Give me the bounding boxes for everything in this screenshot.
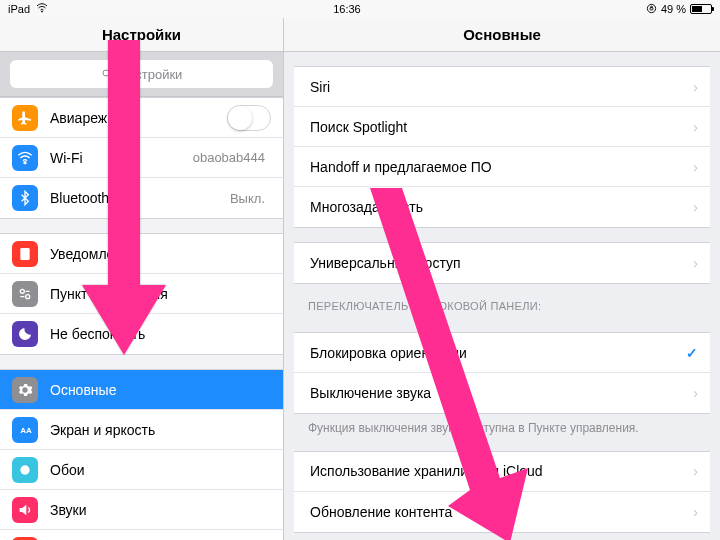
brightness-icon: AA [12,417,38,443]
svg-point-9 [20,465,29,474]
sounds-icon [12,497,38,523]
detail-row-обновление-контента[interactable]: Обновление контента› [294,492,710,532]
search-icon [101,68,113,80]
airplane-icon [12,105,38,131]
sidebar-item-label: Bluetooth [50,190,230,206]
sidebar-item-label: Основные [50,382,271,398]
sidebar-item-label: Авиарежим [50,110,227,126]
detail-row-handoff-и-предлагаемое-по[interactable]: Handoff и предлагаемое ПО› [294,147,710,187]
detail-group-storage: Использование хранилища и iCloud›Обновле… [294,451,710,533]
sidebar-item-уведомления[interactable]: Уведомления [0,234,283,274]
status-bar: iPad 16:36 49 % [0,0,720,18]
sidebar-item-авиарежим[interactable]: Авиарежим [0,98,283,138]
sidebar-item-label: Уведомления [50,246,271,262]
side-switch-header: ПЕРЕКЛЮЧАТЕЛЬ НА БОКОВОЙ ПАНЕЛИ: [284,284,720,318]
sidebar-item-bluetooth[interactable]: BluetoothВыкл. [0,178,283,218]
detail-row-label: Выключение звука [310,385,693,401]
chevron-right-icon: › [693,119,698,135]
wifi-icon [12,145,38,171]
detail-group-side-switch: Блокировка ориентации✓Выключение звука› [294,332,710,414]
sidebar: Настройки Настройки АвиарежимWi-Fiobaoba… [0,18,284,540]
chevron-right-icon: › [693,504,698,520]
gear-icon [12,377,38,403]
svg-rect-5 [20,248,29,260]
sidebar-group-connectivity: АвиарежимWi-Fiobaobab444BluetoothВыкл. [0,97,283,219]
device-label: iPad [8,3,30,15]
svg-point-4 [24,161,26,163]
battery-percent: 49 % [661,3,686,15]
svg-point-7 [26,294,30,298]
clock: 16:36 [333,3,361,15]
svg-point-3 [103,70,109,76]
detail-row-siri[interactable]: Siri› [294,67,710,107]
detail-pane: Основные Siri›Поиск Spotlight›Handoff и … [284,18,720,540]
chevron-right-icon: › [693,79,698,95]
wifi-icon [36,2,48,16]
rotation-lock-icon [646,3,657,16]
toggle-switch[interactable] [227,105,271,131]
bluetooth-icon [12,185,38,211]
sidebar-item-label: Звуки [50,502,271,518]
detail-row-многозадачность[interactable]: Многозадачность› [294,187,710,227]
svg-rect-2 [650,7,653,9]
sidebar-item-label: Не беспокоить [50,326,271,342]
sidebar-item-основные[interactable]: Основные [0,370,283,410]
control-center-icon [12,281,38,307]
search-placeholder: Настройки [119,67,183,82]
chevron-right-icon: › [693,199,698,215]
sidebar-item-label: Экран и яркость [50,422,271,438]
detail-row-поиск-spotlight[interactable]: Поиск Spotlight› [294,107,710,147]
detail-row-выключение-звука[interactable]: Выключение звука› [294,373,710,413]
sidebar-item-экран-и-яркость[interactable]: AAЭкран и яркость [0,410,283,450]
sidebar-item-accessory: Выкл. [230,191,265,206]
sidebar-group-general: ОсновныеAAЭкран и яркостьОбоиЗвукиПароль… [0,369,283,540]
sidebar-item-accessory: obaobab444 [193,150,265,165]
wallpaper-icon [12,457,38,483]
detail-group-accessibility: Универсальный доступ› [294,242,710,284]
sidebar-item-label: Wi-Fi [50,150,193,166]
detail-row-label: Handoff и предлагаемое ПО [310,159,693,175]
sidebar-item-пункт-управления[interactable]: Пункт управления [0,274,283,314]
detail-row-label: Использование хранилища и iCloud [310,463,693,479]
svg-text:AA: AA [20,426,32,435]
detail-row-использование-хранилища-и-icloud[interactable]: Использование хранилища и iCloud› [294,452,710,492]
sidebar-item-не-беспокоить[interactable]: Не беспокоить [0,314,283,354]
checkmark-icon: ✓ [686,345,698,361]
detail-group-1: Siri›Поиск Spotlight›Handoff и предлагае… [294,66,710,228]
detail-row-label: Обновление контента [310,504,693,520]
sidebar-item-пароль[interactable]: Пароль [0,530,283,540]
notifications-icon [12,241,38,267]
detail-row-label: Блокировка ориентации [310,345,686,361]
do-not-disturb-icon [12,321,38,347]
search-wrap: Настройки [0,52,283,97]
chevron-right-icon: › [693,255,698,271]
svg-point-0 [42,11,43,12]
side-switch-footer: Функция выключения звука доступна в Пунк… [284,414,720,437]
battery-icon [690,4,712,14]
svg-point-1 [647,4,655,12]
sidebar-group-alerts: УведомленияПункт управленияНе беспокоить [0,233,283,355]
search-input[interactable]: Настройки [10,60,273,88]
sidebar-item-label: Обои [50,462,271,478]
chevron-right-icon: › [693,385,698,401]
detail-title: Основные [284,18,720,52]
sidebar-item-label: Пункт управления [50,286,271,302]
svg-point-6 [20,289,24,293]
sidebar-item-звуки[interactable]: Звуки [0,490,283,530]
sidebar-item-wi-fi[interactable]: Wi-Fiobaobab444 [0,138,283,178]
detail-row-label: Универсальный доступ [310,255,693,271]
detail-row-универсальный-доступ[interactable]: Универсальный доступ› [294,243,710,283]
chevron-right-icon: › [693,159,698,175]
detail-row-label: Siri [310,79,693,95]
sidebar-title: Настройки [0,18,283,52]
chevron-right-icon: › [693,463,698,479]
detail-row-label: Многозадачность [310,199,693,215]
detail-row-label: Поиск Spotlight [310,119,693,135]
sidebar-item-обои[interactable]: Обои [0,450,283,490]
passcode-icon [12,537,38,541]
detail-row-блокировка-ориентации[interactable]: Блокировка ориентации✓ [294,333,710,373]
